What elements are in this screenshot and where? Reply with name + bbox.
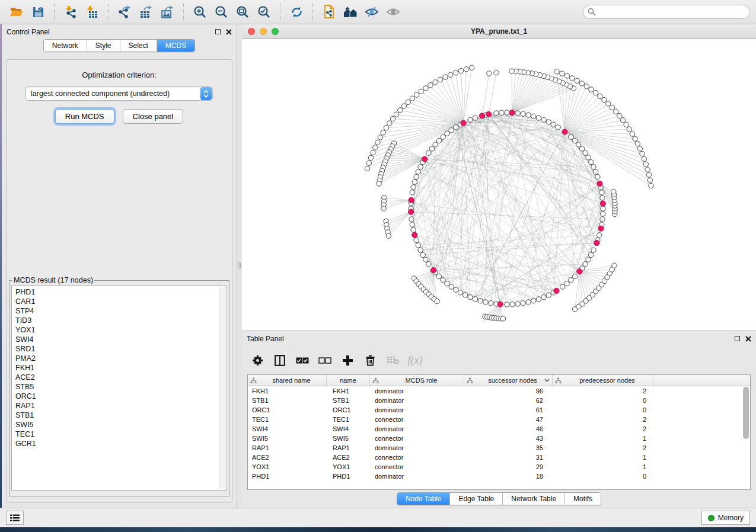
network-node[interactable] bbox=[381, 130, 385, 135]
network-hub-node[interactable] bbox=[497, 302, 503, 307]
network-node[interactable] bbox=[620, 118, 625, 123]
network-hub-node[interactable] bbox=[597, 181, 602, 186]
network-node[interactable] bbox=[564, 281, 569, 286]
network-node[interactable] bbox=[593, 90, 598, 95]
delete-column-trash-icon[interactable] bbox=[360, 351, 380, 370]
network-node[interactable] bbox=[575, 78, 579, 83]
network-node[interactable] bbox=[453, 70, 458, 75]
mcds-result-item[interactable]: ACE2 bbox=[15, 373, 227, 382]
network-node[interactable] bbox=[409, 217, 414, 222]
table-row[interactable]: PHD1PHD1dominator180 bbox=[248, 472, 750, 481]
network-node[interactable] bbox=[463, 293, 468, 297]
network-hub-node[interactable] bbox=[486, 111, 491, 117]
network-node[interactable] bbox=[505, 110, 509, 115]
network-node[interactable] bbox=[541, 117, 546, 122]
open-file-icon[interactable] bbox=[6, 2, 27, 22]
save-session-icon[interactable] bbox=[27, 2, 49, 22]
network-node[interactable] bbox=[429, 146, 434, 151]
optimization-criterion-dropdown[interactable]: largest connected component (undirected) bbox=[25, 86, 213, 101]
table-cell[interactable]: 29 bbox=[464, 462, 553, 472]
network-node[interactable] bbox=[640, 151, 645, 156]
mcds-result-item[interactable]: YOX1 bbox=[15, 325, 227, 335]
network-node[interactable] bbox=[624, 122, 629, 127]
network-node[interactable] bbox=[390, 116, 395, 121]
network-node[interactable] bbox=[473, 116, 477, 120]
network-node[interactable] bbox=[373, 145, 378, 150]
network-node[interactable] bbox=[420, 252, 425, 257]
tab-style[interactable]: Style bbox=[87, 40, 120, 52]
network-node[interactable] bbox=[564, 73, 569, 78]
network-node[interactable] bbox=[554, 69, 559, 74]
network-hub-node[interactable] bbox=[422, 156, 428, 162]
table-cell[interactable]: TEC1 bbox=[248, 415, 327, 424]
table-tab-motifs[interactable]: Motifs bbox=[565, 493, 601, 505]
close-table-panel-icon[interactable] bbox=[745, 336, 751, 342]
network-node[interactable] bbox=[579, 81, 584, 86]
table-cell[interactable]: ACE2 bbox=[327, 453, 370, 462]
network-node[interactable] bbox=[448, 72, 453, 77]
network-node[interactable] bbox=[449, 128, 454, 133]
table-cell[interactable]: 1 bbox=[553, 462, 653, 472]
network-node[interactable] bbox=[536, 116, 541, 120]
network-node[interactable] bbox=[598, 94, 602, 98]
network-node[interactable] bbox=[454, 287, 458, 292]
network-node[interactable] bbox=[438, 77, 442, 82]
network-node[interactable] bbox=[394, 112, 398, 117]
network-node[interactable] bbox=[443, 75, 448, 79]
network-node[interactable] bbox=[584, 84, 589, 89]
column-header-name[interactable]: name bbox=[327, 375, 370, 386]
table-cell[interactable]: SWI4 bbox=[327, 424, 370, 434]
export-network-icon[interactable] bbox=[114, 2, 135, 22]
table-cell[interactable]: 1 bbox=[553, 434, 653, 443]
network-node[interactable] bbox=[505, 302, 509, 307]
network-node[interactable] bbox=[591, 165, 596, 169]
table-cell[interactable]: SWI4 bbox=[248, 424, 327, 434]
network-node[interactable] bbox=[414, 92, 419, 97]
tab-mcds[interactable]: MCDS bbox=[157, 40, 194, 52]
network-node[interactable] bbox=[601, 211, 605, 216]
mcds-result-item[interactable]: STB1 bbox=[15, 411, 227, 420]
network-node[interactable] bbox=[414, 174, 419, 179]
table-cell[interactable]: RAP1 bbox=[327, 443, 370, 453]
zoom-selected-icon[interactable] bbox=[253, 2, 275, 22]
network-node[interactable] bbox=[646, 172, 651, 177]
table-cell[interactable]: dominator bbox=[370, 405, 464, 415]
network-node[interactable] bbox=[365, 166, 369, 171]
network-node[interactable] bbox=[386, 233, 391, 238]
network-node[interactable] bbox=[416, 243, 420, 248]
network-node[interactable] bbox=[414, 238, 419, 242]
network-node[interactable] bbox=[410, 222, 414, 227]
network-node[interactable] bbox=[635, 141, 640, 146]
table-cell[interactable]: TEC1 bbox=[327, 415, 370, 424]
network-node[interactable] bbox=[468, 294, 473, 299]
network-hub-node[interactable] bbox=[554, 288, 559, 293]
table-tab-network-table[interactable]: Network Table bbox=[503, 493, 565, 505]
import-network-icon[interactable] bbox=[60, 2, 81, 22]
network-node[interactable] bbox=[606, 101, 611, 106]
network-node[interactable] bbox=[591, 248, 596, 252]
network-node[interactable] bbox=[509, 69, 514, 73]
network-node[interactable] bbox=[630, 132, 634, 136]
network-node[interactable] bbox=[576, 142, 581, 147]
table-cell[interactable]: 61 bbox=[464, 405, 553, 415]
network-node[interactable] bbox=[600, 217, 605, 222]
table-cell[interactable]: PHD1 bbox=[327, 472, 370, 481]
mcds-result-item[interactable]: TID3 bbox=[15, 316, 227, 325]
network-node[interactable] bbox=[436, 138, 441, 143]
table-cell[interactable]: STB1 bbox=[327, 396, 370, 405]
network-node[interactable] bbox=[633, 136, 637, 141]
network-node[interactable] bbox=[614, 109, 618, 114]
table-cell[interactable]: 96 bbox=[464, 386, 553, 396]
table-cell[interactable]: 2 bbox=[553, 415, 653, 424]
network-node[interactable] bbox=[458, 68, 463, 73]
zoom-fit-icon[interactable] bbox=[232, 2, 253, 22]
network-node[interactable] bbox=[406, 100, 410, 104]
network-node[interactable] bbox=[589, 159, 594, 164]
table-cell[interactable]: 43 bbox=[464, 434, 553, 443]
network-hub-node[interactable] bbox=[479, 113, 484, 118]
network-node[interactable] bbox=[611, 189, 616, 194]
mcds-result-item[interactable]: RAP1 bbox=[15, 401, 227, 411]
network-hub-node[interactable] bbox=[600, 201, 605, 206]
table-cell[interactable]: 62 bbox=[464, 396, 553, 405]
network-node[interactable] bbox=[449, 284, 454, 289]
